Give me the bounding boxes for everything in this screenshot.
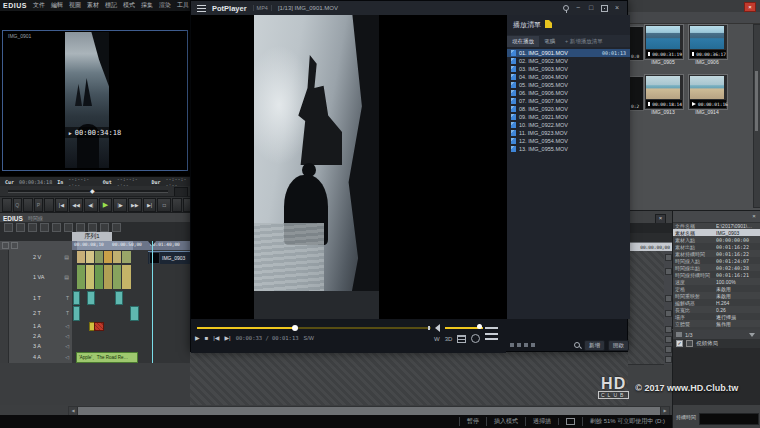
- playlist-item[interactable]: 13. IMG_0955.MOV: [507, 145, 630, 153]
- playhead[interactable]: [152, 241, 153, 363]
- ripple-icon[interactable]: [64, 223, 73, 232]
- save-icon[interactable]: [16, 223, 25, 232]
- seek-thumb[interactable]: [292, 325, 298, 331]
- title-clip[interactable]: [87, 291, 95, 305]
- playlist-item[interactable]: 07. IMG_0907.MOV: [507, 97, 630, 105]
- clip-thumbnail[interactable]: [113, 265, 121, 289]
- track-strip-button[interactable]: [665, 254, 672, 261]
- next-button[interactable]: ▶|: [224, 334, 230, 341]
- speaker-icon[interactable]: ◁: [65, 343, 69, 349]
- clip-thumbnail[interactable]: [113, 251, 121, 263]
- menu-capture[interactable]: 採集: [141, 1, 153, 10]
- bin-clip-img0906[interactable]: 00:00:36:17: [688, 24, 728, 60]
- speaker-icon[interactable]: [435, 324, 440, 332]
- close-icon[interactable]: ×: [612, 3, 622, 13]
- tab-now-playing[interactable]: 現在播放: [507, 36, 539, 47]
- bin-clip-partial[interactable]: 0:0: [629, 26, 644, 61]
- clip-thumbnail[interactable]: [77, 265, 85, 289]
- clip-thumbnail[interactable]: [95, 251, 103, 263]
- sort-icon[interactable]: [510, 343, 514, 347]
- playlist-toggle-icon[interactable]: [485, 327, 498, 344]
- menu-tools[interactable]: 工具: [177, 1, 189, 10]
- list-options-icon[interactable]: [531, 343, 535, 347]
- new-sequence-icon[interactable]: [4, 223, 13, 232]
- track-strip-button[interactable]: [665, 295, 672, 302]
- track-strip-button[interactable]: [665, 326, 672, 333]
- stop-button[interactable]: ■: [205, 335, 209, 341]
- menu-mode[interactable]: 模式: [123, 1, 135, 10]
- clip-thumbnail[interactable]: [86, 251, 94, 263]
- track-patch[interactable]: [0, 321, 9, 331]
- open-button[interactable]: 開啟: [608, 340, 629, 351]
- track-1t-lane[interactable]: [72, 290, 190, 306]
- frame-back-button[interactable]: ◀|: [84, 198, 98, 212]
- fast-forward-button[interactable]: ▶▶: [128, 198, 142, 212]
- add-button[interactable]: 新增: [584, 340, 605, 351]
- menu-file[interactable]: 文件: [33, 1, 45, 10]
- pin-icon[interactable]: [560, 3, 570, 13]
- control-panel-icon[interactable]: [457, 335, 466, 343]
- mixer-icon[interactable]: [88, 223, 97, 232]
- volume-thumb[interactable]: [477, 324, 482, 329]
- jog-q-button[interactable]: Q: [13, 198, 23, 212]
- menu-edit[interactable]: 編輯: [51, 1, 63, 10]
- rewind-button[interactable]: ◀◀: [69, 198, 83, 212]
- export-button[interactable]: [172, 198, 182, 212]
- video-display[interactable]: [191, 15, 506, 319]
- speaker-icon[interactable]: ◁: [65, 333, 69, 339]
- playlist-item[interactable]: 04. IMG_0904.MOV: [507, 73, 630, 81]
- music-audio-clip[interactable]: 'Apple'、The Road Re…: [76, 352, 138, 363]
- trim-icon[interactable]: [76, 223, 85, 232]
- track-header-1t[interactable]: 1 T T: [0, 290, 72, 306]
- fullscreen-icon[interactable]: [599, 3, 609, 13]
- track-strip-button[interactable]: [665, 356, 672, 363]
- preview-monitor[interactable]: IMG_0901 ▶ 00:00:34:18: [2, 30, 188, 171]
- speaker-icon[interactable]: ◁: [65, 323, 69, 329]
- checkbox-checked-icon[interactable]: ✓: [676, 340, 683, 347]
- tab-computer[interactable]: 電腦: [539, 36, 560, 47]
- track-patch[interactable]: [0, 331, 9, 341]
- cut-icon[interactable]: [28, 223, 37, 232]
- playlist-item[interactable]: 03. IMG_0903.MOV: [507, 65, 630, 73]
- filter-icon[interactable]: [749, 333, 755, 337]
- title-track-icon[interactable]: T: [66, 295, 69, 301]
- clip-thumbnail[interactable]: [122, 265, 131, 289]
- audio-clip[interactable]: [94, 322, 104, 331]
- title-clip[interactable]: [73, 291, 80, 305]
- search-icon[interactable]: [573, 341, 581, 349]
- maximize-icon[interactable]: □: [586, 3, 596, 13]
- timeline-ruler[interactable]: 00:00:08;10 00:00:50;00 00:01:40;00: [72, 241, 190, 250]
- playlist-item[interactable]: 02. IMG_0902.MOV: [507, 57, 630, 65]
- title-clip[interactable]: [130, 306, 139, 321]
- 3d-mode-button[interactable]: 3D: [445, 336, 453, 342]
- full-screen-preview-button[interactable]: □: [157, 198, 171, 212]
- track-video-icon[interactable]: ▤: [64, 254, 69, 260]
- bin-clip-img0913[interactable]: 00:00:18:14: [644, 74, 684, 110]
- playlist-item[interactable]: 11. IMG_0923.MOV: [507, 129, 630, 137]
- track-strip-button[interactable]: [665, 268, 672, 275]
- title-track-icon[interactable]: T: [66, 310, 69, 316]
- shuttle-thumb[interactable]: ◆: [90, 187, 95, 195]
- playlist-item[interactable]: 05. IMG_0905.MOV: [507, 81, 630, 89]
- play-button[interactable]: ▶: [99, 198, 113, 212]
- bin-clip-partial[interactable]: 0:2: [629, 76, 644, 111]
- aspect-ratio-icon[interactable]: W: [434, 336, 440, 342]
- potplayer-titlebar[interactable]: PotPlayer MP4 [1/13] IMG_0901.MOV − □ ×: [191, 1, 627, 15]
- close-icon[interactable]: ×: [744, 2, 756, 12]
- set-out-button[interactable]: [23, 198, 33, 212]
- tab-sequence-1[interactable]: 序列1: [72, 232, 112, 241]
- bin-clip-img0905[interactable]: 00:00:31:19: [644, 24, 684, 60]
- jog-p-button[interactable]: P: [34, 198, 44, 212]
- playlist-item[interactable]: 10. IMG_0922.MOV: [507, 121, 630, 129]
- track-2v-lane[interactable]: IMG_0903: [72, 250, 190, 265]
- track-strip-button[interactable]: [665, 310, 672, 317]
- paste-icon[interactable]: [52, 223, 61, 232]
- bookmark-fold-icon[interactable]: [545, 20, 552, 28]
- shuffle-icon[interactable]: [517, 343, 521, 347]
- repeat-icon[interactable]: [524, 343, 528, 347]
- track-header-2v[interactable]: 2 V ▤: [0, 250, 72, 265]
- copy-icon[interactable]: [40, 223, 49, 232]
- menu-clip[interactable]: 素材: [87, 1, 99, 10]
- mark-button[interactable]: [44, 198, 54, 212]
- title-clip[interactable]: [73, 306, 80, 321]
